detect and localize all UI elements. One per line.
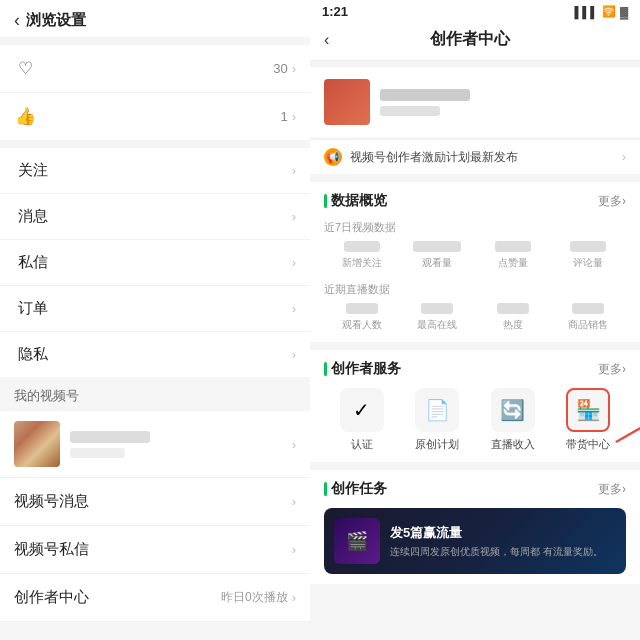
left-top-bar: ‹ 浏览设置 (0, 0, 310, 37)
like-badge: 1 (280, 109, 287, 124)
follow-label: 关注 (18, 161, 292, 180)
shop-icon: 🏪 (576, 398, 601, 422)
live-stat-sales-value (572, 303, 604, 314)
service-original[interactable]: 📄 原创计划 (415, 388, 459, 452)
creator-services-section: 创作者服务 更多› ✓ 认证 📄 原创计划 🔄 直播收入 (310, 350, 640, 462)
services-row: ✓ 认证 📄 原创计划 🔄 直播收入 🏪 带货中心 (324, 388, 626, 452)
stat-new-follow-label: 新增关注 (324, 256, 400, 270)
notice-bar[interactable]: 📢 视频号创作者激励计划最新发布 › (310, 139, 640, 174)
stat-comments-value (570, 241, 606, 252)
heart-badge: 30 (273, 61, 287, 76)
stat-comments: 评论量 (551, 241, 627, 270)
left-back-arrow[interactable]: ‹ (14, 10, 20, 31)
left-link-video-msg[interactable]: 视频号消息 › (0, 478, 310, 526)
income-icon: 🔄 (500, 398, 525, 422)
live-stats-row: 观看人数 最高在线 热度 商品销售 (324, 303, 626, 332)
original-icon: 📄 (425, 398, 450, 422)
creator-center-label: 创作者中心 (14, 588, 221, 607)
creator-tasks-header: 创作任务 更多› (324, 480, 626, 498)
data-overview-more[interactable]: 更多› (598, 193, 626, 210)
income-label: 直播收入 (491, 437, 535, 452)
browse-settings-title: 浏览设置 (26, 11, 86, 30)
menu-item-privacy[interactable]: 隐私 › (0, 332, 310, 377)
creator-tasks-more[interactable]: 更多› (598, 481, 626, 498)
video-private-label: 视频号私信 (14, 540, 292, 559)
right-back-button[interactable]: ‹ (324, 31, 329, 49)
heart-icon: ♡ (14, 58, 36, 79)
live-stat-peak: 最高在线 (400, 303, 476, 332)
video-account-item[interactable]: › (0, 411, 310, 478)
stat-likes-value (495, 241, 531, 252)
menu-item-message[interactable]: 消息 › (0, 194, 310, 240)
video-links-section: 视频号消息 › 视频号私信 › 创作者中心 昨日0次播放 › (0, 478, 310, 622)
creator-id (380, 106, 440, 116)
message-label: 消息 (18, 207, 292, 226)
right-page-title: 创作者中心 (337, 29, 602, 50)
like-chevron: › (292, 109, 296, 124)
notice-arrow: › (622, 150, 626, 164)
creator-services-more[interactable]: 更多› (598, 361, 626, 378)
creator-tasks-section: 创作任务 更多› 🎬 发5篇赢流量 连续四周发原创优质视频，每周都 有流量奖励。 (310, 470, 640, 584)
video-private-chevron: › (292, 542, 296, 557)
original-label: 原创计划 (415, 437, 459, 452)
left-link-creator-center[interactable]: 创作者中心 昨日0次播放 › (0, 574, 310, 622)
menu-section-icons: ♡ 30 › 👍 1 › (0, 45, 310, 140)
shop-label: 带货中心 (566, 437, 610, 452)
task-desc: 连续四周发原创优质视频，每周都 有流量奖励。 (390, 545, 616, 559)
income-icon-box: 🔄 (491, 388, 535, 432)
privacy-chevron: › (292, 347, 296, 362)
video-account-info (70, 431, 292, 458)
menu-item-follow[interactable]: 关注 › (0, 148, 310, 194)
live-stat-sales-label: 商品销售 (551, 318, 627, 332)
video-stats-row: 新增关注 观看量 点赞量 评论量 (324, 241, 626, 270)
right-nav-bar: ‹ 创作者中心 (310, 23, 640, 61)
stat-comments-label: 评论量 (551, 256, 627, 270)
service-auth[interactable]: ✓ 认证 (340, 388, 384, 452)
status-icons: ▌▌▌ 🛜 ▓ (575, 5, 628, 18)
creator-center-chevron: › (292, 590, 296, 605)
task-info: 发5篇赢流量 连续四周发原创优质视频，每周都 有流量奖励。 (390, 524, 616, 559)
service-income[interactable]: 🔄 直播收入 (491, 388, 535, 452)
creator-avatar (324, 79, 370, 125)
original-icon-box: 📄 (415, 388, 459, 432)
stat-views: 观看量 (400, 241, 476, 270)
creator-info (380, 89, 470, 116)
data-overview-section: 数据概览 更多› 近7日视频数据 新增关注 观看量 点赞量 评论量 近期直播 (310, 182, 640, 342)
status-bar: 1:21 ▌▌▌ 🛜 ▓ (310, 0, 640, 23)
notice-text: 视频号创作者激励计划最新发布 (350, 149, 622, 166)
video-account-chevron: › (292, 437, 296, 452)
live-stat-heat-value (497, 303, 529, 314)
stat-new-follow: 新增关注 (324, 241, 400, 270)
live-stat-sales: 商品销售 (551, 303, 627, 332)
service-shop[interactable]: 🏪 带货中心 (566, 388, 610, 452)
menu-item-heart[interactable]: ♡ 30 › (0, 45, 310, 93)
live-stat-peak-value (421, 303, 453, 314)
right-panel: 1:21 ▌▌▌ 🛜 ▓ ‹ 创作者中心 📢 视频号创作者激励计划最新发布 › … (310, 0, 640, 640)
creator-name (380, 89, 470, 101)
wifi-icon: 🛜 (602, 5, 616, 18)
data-overview-header: 数据概览 更多› (324, 192, 626, 210)
left-link-video-private[interactable]: 视频号私信 › (0, 526, 310, 574)
video-msg-chevron: › (292, 494, 296, 509)
follow-chevron: › (292, 163, 296, 178)
task-card[interactable]: 🎬 发5篇赢流量 连续四周发原创优质视频，每周都 有流量奖励。 (324, 508, 626, 574)
data-overview-title: 数据概览 (324, 192, 387, 210)
notice-icon: 📢 (324, 148, 342, 166)
auth-icon: ✓ (353, 398, 370, 422)
live-stats-label: 近期直播数据 (324, 282, 626, 297)
menu-item-order[interactable]: 订单 › (0, 286, 310, 332)
title-bar-icon2 (324, 362, 327, 376)
task-title: 发5篇赢流量 (390, 524, 616, 542)
video-account-sub (70, 448, 125, 458)
auth-label: 认证 (351, 437, 373, 452)
title-bar-icon3 (324, 482, 327, 496)
menu-item-like[interactable]: 👍 1 › (0, 93, 310, 140)
task-icon: 🎬 (334, 518, 380, 564)
order-chevron: › (292, 301, 296, 316)
red-arrow-icon (614, 422, 640, 444)
private-label: 私信 (18, 253, 292, 272)
video-msg-label: 视频号消息 (14, 492, 292, 511)
svg-line-0 (616, 426, 640, 442)
menu-item-private[interactable]: 私信 › (0, 240, 310, 286)
live-stat-peak-label: 最高在线 (400, 318, 476, 332)
